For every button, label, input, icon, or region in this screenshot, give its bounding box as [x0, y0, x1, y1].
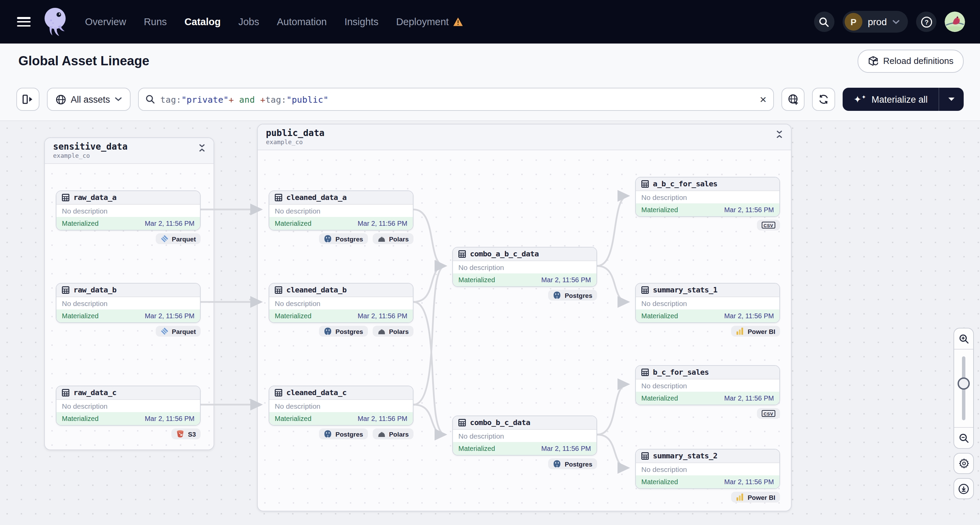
kind-badge-postgres: Postgres	[549, 290, 597, 301]
graph-settings-button[interactable]	[953, 453, 974, 474]
kind-badge-parquet: Parquet	[155, 326, 200, 337]
asset-status: Materialized	[641, 478, 678, 485]
asset-name: cleaned_data_c	[286, 388, 347, 397]
table-icon	[62, 194, 69, 201]
reload-definitions-button[interactable]: Reload definitions	[857, 49, 964, 72]
nav-item-automation[interactable]: Automation	[277, 16, 327, 27]
kind-badge-csv: csv	[757, 408, 780, 419]
asset-status: Materialized	[641, 206, 678, 213]
page-header: Global Asset Lineage Reload definitions	[0, 43, 980, 79]
asset-node-b_c_for_sales[interactable]: b_c_for_sales No description Materialize…	[635, 365, 780, 405]
zoom-panel	[953, 328, 974, 449]
asset-status: Materialized	[458, 276, 495, 283]
postgres-icon	[553, 460, 562, 468]
table-icon	[275, 194, 282, 201]
deployment-name: prod	[868, 16, 887, 27]
deployment-avatar: P	[845, 13, 862, 30]
kind-badge-polars: Polars	[373, 233, 414, 244]
asset-description: No description	[269, 400, 413, 412]
user-avatar[interactable]	[945, 11, 965, 32]
lineage-toolbar: All assets tag:"private"+ and +tag:"publ…	[0, 78, 980, 121]
search-button[interactable]	[814, 11, 834, 32]
help-button[interactable]: ?	[916, 11, 937, 32]
asset-description: No description	[636, 191, 780, 203]
asset-node-cleaned_data_b[interactable]: cleaned_data_b No description Materializ…	[269, 283, 414, 323]
filter-to-selection-button[interactable]	[781, 88, 805, 111]
zoom-in-button[interactable]	[954, 328, 973, 349]
asset-node-cleaned_data_a[interactable]: cleaned_data_a No description Materializ…	[269, 191, 414, 230]
asset-description: No description	[453, 261, 597, 274]
asset-badges: Postgres Polars	[269, 326, 414, 337]
powerbi-icon	[736, 493, 745, 501]
kind-badge-powerbi: Power BI	[732, 326, 780, 337]
zoom-out-button[interactable]	[954, 428, 973, 448]
s3-icon	[177, 430, 185, 438]
asset-search-input[interactable]: tag:"private"+ and +tag:"public" ×	[138, 88, 774, 111]
asset-description: No description	[269, 205, 413, 217]
asset-node-raw_data_b[interactable]: raw_data_b No description MaterializedMa…	[56, 283, 200, 323]
materialize-all-button[interactable]: ✦✦ Materialize all	[843, 88, 939, 111]
asset-node-summary_stats_2[interactable]: summary_stats_2 No description Materiali…	[635, 449, 780, 488]
asset-node-combo_b_c_data[interactable]: combo_b_c_data No description Materializ…	[452, 415, 597, 455]
kind-badge-polars: Polars	[373, 326, 414, 337]
asset-node-raw_data_c[interactable]: raw_data_c No description MaterializedMa…	[56, 386, 200, 425]
asset-node-cleaned_data_c[interactable]: cleaned_data_c No description Materializ…	[269, 386, 414, 425]
asset-timestamp: Mar 2, 11:56 PM	[145, 415, 194, 422]
nav-item-overview[interactable]: Overview	[85, 16, 126, 27]
globe-add-icon	[787, 94, 799, 105]
asset-timestamp: Mar 2, 11:56 PM	[145, 220, 194, 227]
nav-item-jobs[interactable]: Jobs	[239, 16, 259, 27]
kind-badge-postgres: Postgres	[319, 233, 368, 244]
asset-timestamp: Mar 2, 11:56 PM	[541, 276, 591, 283]
asset-badges: Postgres Polars	[269, 233, 414, 244]
kind-badge-parquet: Parquet	[155, 233, 200, 244]
nav-item-catalog[interactable]: Catalog	[185, 16, 221, 27]
kind-badge-powerbi: Power BI	[732, 492, 780, 503]
postgres-icon	[553, 291, 562, 299]
asset-badges: Power BI	[635, 326, 780, 337]
search-icon	[146, 94, 155, 104]
download-image-button[interactable]	[953, 478, 974, 499]
materialize-options-button[interactable]	[939, 88, 964, 111]
zoom-slider[interactable]	[954, 349, 973, 428]
table-icon	[641, 180, 649, 188]
polars-icon	[377, 430, 386, 438]
sparkles-icon: ✦✦	[853, 94, 866, 104]
main-nav: Overview Runs Catalog Jobs Automation In…	[85, 16, 463, 27]
reload-definitions-label: Reload definitions	[883, 56, 953, 66]
asset-status: Materialized	[275, 312, 312, 320]
powerbi-icon	[736, 327, 745, 335]
postgres-icon	[324, 327, 332, 335]
materialize-all-label: Materialize all	[872, 94, 928, 104]
open-sidebar-button[interactable]	[16, 88, 40, 111]
nav-item-deployment[interactable]: Deployment	[396, 16, 463, 27]
nav-item-runs[interactable]: Runs	[144, 16, 167, 27]
settings-gear-icon	[959, 458, 969, 469]
parquet-icon	[160, 235, 168, 243]
zoom-slider-handle[interactable]	[958, 377, 970, 390]
asset-node-summary_stats_1[interactable]: summary_stats_1 No description Materiali…	[635, 283, 780, 323]
asset-description: No description	[636, 297, 780, 309]
refresh-button[interactable]	[812, 88, 835, 111]
asset-node-raw_data_a[interactable]: raw_data_a No description MaterializedMa…	[56, 191, 200, 230]
lineage-canvas[interactable]: sensitive_data example_co public_data ex…	[0, 121, 980, 525]
asset-timestamp: Mar 2, 11:56 PM	[145, 312, 194, 320]
asset-node-combo_a_b_c_data[interactable]: combo_a_b_c_data No description Material…	[452, 247, 597, 286]
kind-badge-postgres: Postgres	[319, 428, 368, 439]
asset-node-a_b_c_for_sales[interactable]: a_b_c_for_sales No description Materiali…	[635, 177, 780, 216]
table-icon	[458, 419, 466, 426]
asset-name: cleaned_data_a	[286, 193, 347, 202]
deployment-switcher[interactable]: P prod	[843, 11, 908, 33]
nav-item-insights[interactable]: Insights	[344, 16, 379, 27]
open-panel-icon	[22, 94, 33, 104]
asset-name: b_c_for_sales	[653, 368, 709, 377]
asset-status: Materialized	[641, 395, 678, 402]
clear-search-icon[interactable]: ×	[760, 94, 767, 105]
asset-description: No description	[453, 430, 597, 442]
asset-badges: Parquet	[56, 326, 200, 337]
svg-text:?: ?	[924, 18, 928, 25]
asset-scope-dropdown[interactable]: All assets	[47, 88, 130, 111]
kind-badge-csv: csv	[757, 220, 780, 231]
asset-timestamp: Mar 2, 11:56 PM	[724, 312, 774, 320]
hamburger-icon[interactable]	[17, 17, 30, 27]
